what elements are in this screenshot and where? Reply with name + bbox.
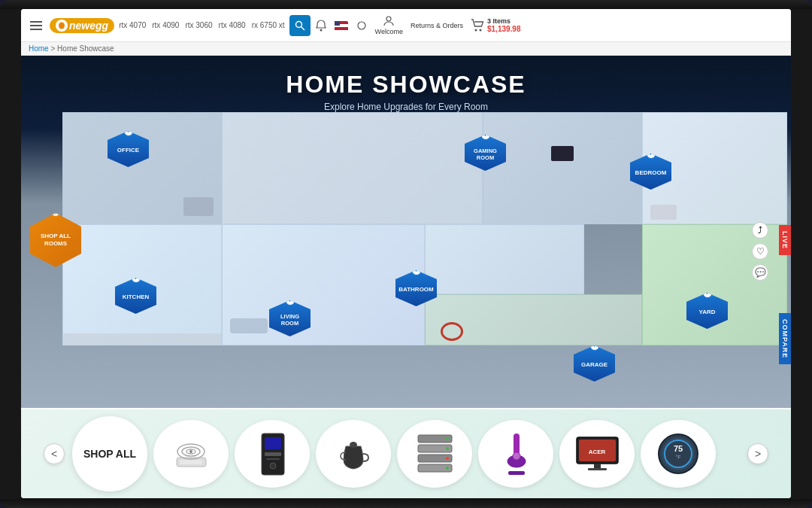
newegg-logo[interactable]: newegg [50, 18, 114, 33]
product-monitor[interactable]: ACER [559, 420, 635, 488]
compare-button[interactable]: COMPARE [779, 313, 791, 364]
svg-point-35 [513, 452, 520, 460]
yard-badge[interactable]: + YARD [686, 293, 728, 329]
bathroom-badge[interactable]: + BATHROOM [395, 270, 437, 306]
search-icon [295, 20, 305, 31]
bedroom-label: BEDROOM [635, 169, 667, 177]
desk-shape [183, 197, 214, 216]
bathroom-hex[interactable]: + BATHROOM [395, 270, 437, 306]
next-arrow-icon: > [755, 448, 761, 460]
country-flag[interactable] [335, 21, 348, 30]
tag-rx6750[interactable]: rx 6750 xt [252, 21, 285, 29]
carousel-next-button[interactable]: > [747, 443, 768, 464]
logo-egg-icon [56, 20, 68, 32]
office-badge[interactable]: + OFFICE [108, 131, 149, 167]
shop-all-circle[interactable]: SHOP ALL [72, 416, 147, 491]
breadcrumb-separator: > [50, 44, 55, 53]
tablet-right-edge [791, 9, 812, 499]
svg-text:ACER: ACER [588, 449, 605, 455]
garage-badge[interactable]: + GARAGE [574, 345, 615, 382]
tablet-left-edge [0, 9, 21, 499]
bedroom-hex[interactable]: + BEDROOM [630, 154, 671, 190]
garage-label: GARAGE [581, 361, 607, 369]
house-interior [62, 112, 787, 345]
cart-total: $1,139.98 [487, 25, 521, 33]
product-server-rack[interactable] [397, 420, 472, 488]
kitchen-hex[interactable]: + KITCHEN [115, 278, 156, 314]
svg-rect-40 [588, 468, 607, 470]
account-button[interactable]: Welcome [375, 15, 403, 35]
returns-button[interactable]: Returns & Orders [411, 22, 463, 29]
product-pc-tower[interactable] [235, 420, 310, 488]
bed-shape [650, 205, 677, 220]
room-garage-area [425, 294, 642, 345]
product-carousel: < SHOP ALL [21, 408, 791, 498]
theme-toggle[interactable] [356, 20, 368, 32]
shop-all-label: SHOP ALL [83, 448, 136, 460]
svg-rect-39 [594, 464, 601, 468]
tablet-bottom-edge [0, 499, 812, 508]
svg-text:75: 75 [674, 444, 683, 453]
prev-arrow-icon: < [51, 448, 57, 460]
gaming-room-label: GAMINGROOM [474, 148, 497, 161]
shop-all-rooms-label: SHOP ALLROOMS [41, 233, 71, 248]
vacuum-icon [501, 430, 531, 479]
svg-point-11 [480, 29, 482, 31]
carousel-prev-button[interactable]: < [44, 443, 65, 464]
svg-point-30 [446, 457, 449, 460]
svg-point-21 [270, 463, 276, 469]
tag-rtx4070[interactable]: rtx 4070 [119, 21, 146, 29]
svg-point-1 [295, 21, 301, 27]
yard-label: YARD [699, 309, 716, 316]
live-label: LIVE [781, 231, 789, 249]
share-icon-button[interactable]: ⤴ [752, 222, 768, 239]
garage-hex[interactable]: + GARAGE [574, 345, 615, 382]
notifications-button[interactable] [315, 20, 327, 32]
breadcrumb: Home > Home Showcase [21, 42, 791, 56]
kitchen-badge[interactable]: + KITCHEN [115, 278, 156, 314]
svg-point-28 [446, 437, 449, 440]
server-rack-icon [414, 431, 456, 476]
svg-point-9 [386, 17, 391, 21]
living-room-hex[interactable]: + LIVINGROOM [269, 300, 311, 336]
shop-all-rooms-badge[interactable]: + SHOP ALLROOMS [30, 213, 81, 267]
svg-point-10 [475, 29, 477, 31]
room-office-area [62, 112, 222, 224]
bedroom-badge[interactable]: + BEDROOM [630, 154, 671, 190]
product-vacuum[interactable] [478, 420, 553, 488]
gaming-room-hex[interactable]: + GAMINGROOM [465, 135, 506, 171]
product-kettle[interactable] [316, 420, 391, 488]
svg-point-0 [59, 22, 65, 29]
monitor-shape [551, 146, 574, 161]
tag-rtx4080[interactable]: rtx 4080 [219, 21, 246, 29]
theme-icon [356, 20, 368, 32]
breadcrumb-home[interactable]: Home [29, 44, 49, 53]
counter-shape [63, 333, 221, 345]
shop-all-hex[interactable]: + SHOP ALLROOMS [30, 213, 81, 267]
monitor-icon: ACER [573, 433, 622, 475]
tablet-top-edge [0, 0, 812, 9]
gaming-room-badge[interactable]: + GAMINGROOM [465, 135, 506, 171]
tablet-frame: newegg rtx 4070 rtx 4090 rtx 3060 rtx 40… [0, 0, 812, 508]
search-button[interactable] [289, 15, 311, 36]
room-bathroom-area [425, 224, 584, 294]
cart-count: 3 Items [487, 17, 521, 25]
product-thermostat[interactable]: 75 °F [641, 420, 716, 488]
yard-hex[interactable]: + YARD [686, 293, 728, 329]
tag-rtx4090[interactable]: rtx 4090 [152, 21, 179, 29]
hamburger-menu[interactable] [27, 18, 45, 33]
svg-rect-19 [265, 437, 281, 449]
living-room-badge[interactable]: + LIVINGROOM [269, 300, 311, 336]
chat-icon-button[interactable]: 💬 [752, 264, 768, 281]
room-upper-mid [222, 112, 483, 224]
product-wifi-router[interactable] [153, 420, 229, 488]
svg-point-3 [320, 29, 322, 31]
cart-button[interactable]: 3 Items $1,139.98 [471, 17, 521, 33]
office-hex[interactable]: + OFFICE [108, 131, 149, 167]
tag-rtx3060[interactable]: rtx 3060 [185, 21, 212, 29]
heart-icon-button[interactable]: ♡ [752, 243, 768, 260]
svg-rect-7 [335, 21, 340, 26]
live-button[interactable]: LIVE [779, 225, 791, 255]
thermostat-icon: 75 °F [656, 431, 701, 476]
logo-text: newegg [69, 20, 108, 32]
